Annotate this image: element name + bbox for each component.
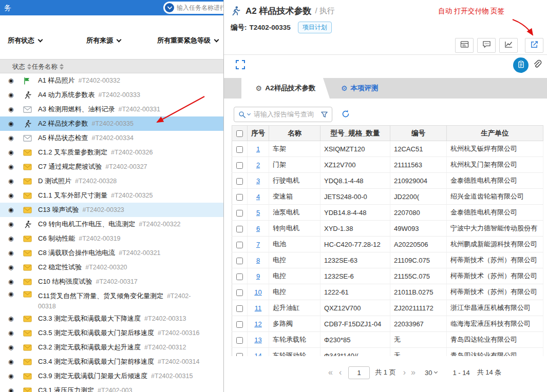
row-seq-link[interactable]: 4 <box>256 193 260 201</box>
tab-a2-parameters[interactable]: ⚙ A2样品技术参数 <box>241 78 330 99</box>
prev-page-button[interactable]: ‹ <box>339 368 342 377</box>
task-title: C2 稳定性试验 <box>38 263 82 271</box>
task-row[interactable]: ◉C3.3 测定无载和满载最大下降速度#T2402-00313 <box>0 311 224 326</box>
report-search-input[interactable]: 请输入报告编号查询 <box>234 107 332 122</box>
mail-icon <box>23 279 33 285</box>
task-row[interactable]: ◉C9 转向电机工作电压、电流测定#T2402-00322 <box>0 217 224 231</box>
status-dot-icon: ◉ <box>8 135 16 141</box>
card-view-button[interactable] <box>455 38 474 53</box>
task-row[interactable]: ◉A5 样品状态检查#T2402-00334 <box>0 131 224 145</box>
select-all-checkbox[interactable] <box>236 130 243 137</box>
filter-priority-dropdown[interactable]: 所有重要紧急等级 <box>157 36 218 45</box>
task-row[interactable]: ◉C13 噪声试验#T2402-00323 <box>0 203 224 217</box>
chevron-down-icon[interactable] <box>247 112 251 115</box>
task-number: T2402-00335 <box>250 24 291 31</box>
menu-label[interactable]: 务 <box>0 0 11 15</box>
cell-manufacturer: 宁波中大力德智能传动股份有 <box>447 221 543 237</box>
row-checkbox[interactable] <box>236 289 243 296</box>
cell-name: 变速箱 <box>269 189 320 205</box>
row-seq-link[interactable]: 10 <box>254 288 261 296</box>
row-seq-link[interactable]: 8 <box>256 257 260 264</box>
row-seq-link[interactable]: 11 <box>255 304 262 312</box>
row-seq-link[interactable]: 6 <box>256 225 260 232</box>
task-code: #T2402-00314 <box>158 358 199 365</box>
row-seq-link[interactable]: 5 <box>256 209 260 217</box>
row-checkbox[interactable] <box>236 321 243 328</box>
sort-icon[interactable] <box>27 64 31 70</box>
task-row[interactable]: ◉C10 结构强度试验#T2402-00317 <box>0 275 224 289</box>
task-row[interactable]: ◉C1.2 叉车质量参数测定#T2402-00326 <box>0 145 224 160</box>
filter-status-dropdown[interactable]: 所有状态 <box>8 36 42 45</box>
task-search-input[interactable]: 输入任务名称进行 <box>163 2 224 14</box>
tab-evaluation[interactable]: ⚙ 本项评测 <box>341 78 379 99</box>
column-status[interactable]: 状态 <box>12 60 31 74</box>
task-code: #T2402-00334 <box>92 134 134 142</box>
row-checkbox[interactable] <box>236 258 243 264</box>
next-page-button[interactable]: › <box>403 368 406 377</box>
row-checkbox[interactable] <box>236 226 243 232</box>
last-page-button[interactable]: » <box>411 368 416 377</box>
cell-name: 电控 <box>269 268 320 284</box>
row-seq-link[interactable]: 12 <box>254 320 261 328</box>
row-checkbox[interactable] <box>236 337 243 344</box>
task-row[interactable]: ◉C7 通过规定爬坡试验#T2402-00327 <box>0 160 224 174</box>
task-row[interactable]: ◉C6 制动性能#T2402-00319 <box>0 231 224 246</box>
row-seq-link[interactable]: 9 <box>256 272 260 280</box>
filter-source-dropdown[interactable]: 所有来源 <box>86 36 121 45</box>
row-checkbox[interactable] <box>236 210 243 217</box>
project-plan-tag[interactable]: 项目计划 <box>298 22 332 33</box>
row-checkbox[interactable] <box>236 305 243 312</box>
task-row[interactable]: ◉A4 动力系统参数表#T2402-00333 <box>0 88 224 102</box>
report-list-button[interactable] <box>513 57 529 73</box>
task-title: C9 转向电机工作电压、电流测定 <box>38 220 135 228</box>
row-seq-link[interactable]: 1 <box>256 145 260 153</box>
task-row[interactable]: ◉C3.9 测定无载满载门架最大后倾速度#T2402-00315 <box>0 369 224 383</box>
row-seq-link[interactable]: 14 <box>254 352 261 357</box>
task-row[interactable]: ◉C3.2 测定无载和满载最大起升速度#T2402-00312 <box>0 340 224 355</box>
row-checkbox[interactable] <box>236 273 243 280</box>
export-icon <box>530 40 539 51</box>
status-dot-icon: ◉ <box>8 359 16 365</box>
task-row[interactable]: ◉A3 检测用燃料、油料记录#T2402-00331 <box>0 102 224 116</box>
row-seq-link[interactable]: 3 <box>256 177 260 185</box>
task-row[interactable]: ◉A2 样品技术参数#T2402-00335 <box>0 116 224 131</box>
task-row[interactable]: ◉C8 满载联合操作电池电流#T2402-00321 <box>0 246 224 260</box>
row-checkbox[interactable] <box>236 146 243 153</box>
task-row[interactable]: ◉C2 稳定性试验#T2402-00320 <box>0 260 224 275</box>
sort-icon[interactable] <box>60 64 64 70</box>
chevron-down-icon[interactable] <box>165 3 174 12</box>
task-row[interactable]: ◉D 测试照片#T2402-00328 <box>0 174 224 188</box>
row-checkbox[interactable] <box>236 162 243 169</box>
task-row[interactable]: ◉C1.1 叉车外部尺寸测量#T2402-00325 <box>0 188 224 203</box>
cell-manufacturer: 金泰德胜电机有限公司 <box>447 205 543 221</box>
row-checkbox[interactable] <box>236 194 243 201</box>
task-row[interactable]: ◉A1 样品照片#T2402-00332 <box>0 73 224 88</box>
table-row: 11起升油缸QXZ12V700ZJ202111172浙江华昌液压机械有限公司 <box>232 300 543 316</box>
page-size-dropdown[interactable]: 30 <box>425 369 437 377</box>
task-row[interactable]: ◉C3.4 测定无载和满载最大门架前移速度#T2402-00314 <box>0 355 224 369</box>
comments-button[interactable] <box>477 38 496 53</box>
open-deliverable-button[interactable] <box>525 38 543 53</box>
row-checkbox[interactable] <box>236 178 243 185</box>
status-dot-icon: ◉ <box>8 373 16 379</box>
cell-manufacturer: 杭州杭叉门架有限公司 <box>447 157 543 173</box>
first-page-button[interactable]: « <box>328 368 333 377</box>
fullscreen-expand-icon[interactable] <box>235 60 246 70</box>
task-list-header: 状态 任务名称 <box>0 59 224 73</box>
attachment-button[interactable] <box>533 60 542 71</box>
filter-funnel-icon[interactable] <box>320 111 328 119</box>
row-checkbox[interactable] <box>236 353 243 356</box>
row-seq-link[interactable]: 7 <box>256 241 260 248</box>
row-checkbox[interactable] <box>236 242 243 248</box>
task-row[interactable]: ◉C3.1 液压压力测定#T2402-003 <box>0 383 224 392</box>
column-task-name-label: 任务名称 <box>32 63 58 71</box>
refresh-button[interactable] <box>341 109 350 121</box>
task-code: #T2402-00326 <box>111 149 153 156</box>
row-seq-link[interactable]: 2 <box>256 161 260 169</box>
task-row[interactable]: ◉C3.5 测定无载和满载最大门架后移速度#T2402-00316 <box>0 326 224 340</box>
activity-chart-button[interactable] <box>499 38 518 53</box>
page-number-input[interactable] <box>348 366 370 379</box>
column-task-name[interactable]: 任务名称 <box>32 60 64 74</box>
row-seq-link[interactable]: 13 <box>254 336 261 344</box>
task-row[interactable]: ◉C11货叉自然下滑量、货叉倾角变化量测定#T2402-00318 <box>0 289 224 311</box>
